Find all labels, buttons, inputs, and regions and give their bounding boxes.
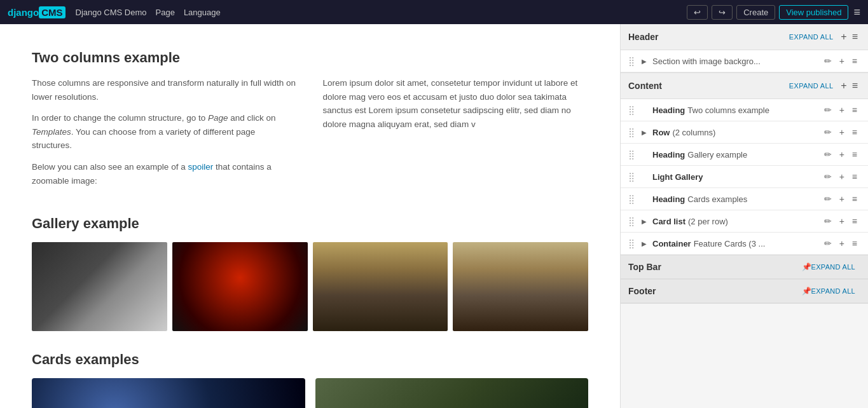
drag-handle-light-gallery[interactable]: ⣿	[628, 172, 635, 182]
hamburger-icon[interactable]: ≡	[853, 6, 860, 19]
container-feature-edit-btn[interactable]: ✏	[821, 237, 835, 250]
heading-gallery-edit-btn[interactable]: ✏	[821, 148, 835, 161]
drag-handle-heading-gallery[interactable]: ⣿	[628, 149, 635, 160]
tree-item-heading-two-col[interactable]: ⣿ Heading Two columns example ✏ + ≡	[621, 99, 868, 121]
cards-heading: Cards examples	[32, 351, 588, 368]
gallery-item-2[interactable]	[172, 242, 308, 331]
spoiler-link[interactable]: spoiler	[188, 162, 213, 172]
card-image-2[interactable]	[315, 378, 589, 408]
redo-button[interactable]: ↪	[712, 5, 733, 20]
row-2col-add-btn[interactable]: +	[836, 126, 848, 139]
section-bg-add-btn[interactable]: +	[836, 55, 848, 67]
card-image-1[interactable]	[32, 378, 305, 408]
expand-toggle-section-bg[interactable]: ▶	[638, 55, 650, 67]
card-list-name: (2 per row)	[688, 217, 821, 226]
drag-handle-heading-cards[interactable]: ⣿	[628, 194, 635, 204]
content-add-button[interactable]: +	[838, 79, 849, 92]
card-list-menu-btn[interactable]: ≡	[849, 215, 860, 228]
tree-item-heading-cards[interactable]: ⣿ Heading Cards examples ✏ + ≡	[621, 188, 868, 210]
heading-cards-actions: ✏ + ≡	[821, 193, 860, 205]
light-gallery-type: Light Gallery	[652, 172, 703, 182]
tree-item-heading-gallery[interactable]: ⣿ Heading Gallery example ✏ + ≡	[621, 144, 868, 166]
content-expand-all-button[interactable]: EXPAND ALL	[789, 82, 833, 90]
gallery-grid	[32, 242, 588, 331]
expand-toggle-placeholder3	[638, 171, 650, 182]
topbar-pin-icon: 📌	[802, 262, 811, 271]
create-button[interactable]: Create	[736, 5, 775, 20]
row-2col-type: Row	[652, 128, 670, 137]
footer-expand-all-button[interactable]: EXPAND ALL	[811, 287, 855, 295]
header-add-button[interactable]: +	[838, 31, 849, 43]
row-2col-menu-btn[interactable]: ≡	[849, 126, 860, 139]
navbar: djangoCMS Django CMS Demo Page Language …	[0, 0, 868, 24]
content-section-title: Content	[628, 81, 789, 91]
gallery-item-4[interactable]	[453, 242, 588, 331]
gallery-item-1[interactable]	[32, 242, 167, 331]
drag-handle-heading-two-col[interactable]: ⣿	[628, 105, 635, 115]
expand-toggle-placeholder2	[638, 149, 650, 160]
heading-two-col-menu-btn[interactable]: ≡	[849, 104, 860, 116]
sidebar-footer-section: Footer 📌 EXPAND ALL	[621, 280, 868, 304]
heading-two-col-edit-btn[interactable]: ✏	[821, 104, 835, 116]
tree-item-card-list[interactable]: ⣿ ▶ Card list (2 per row) ✏ + ≡	[621, 210, 868, 233]
topbar-expand-all-button[interactable]: EXPAND ALL	[811, 263, 855, 271]
tree-item-row-2col[interactable]: ⣿ ▶ Row (2 columns) ✏ + ≡	[621, 121, 868, 144]
card-list-actions: ✏ + ≡	[821, 215, 860, 228]
heading-two-col-actions: ✏ + ≡	[821, 104, 860, 116]
gallery-item-3[interactable]	[313, 242, 448, 331]
card-list-edit-btn[interactable]: ✏	[821, 215, 835, 228]
section-bg-menu-btn[interactable]: ≡	[849, 55, 860, 67]
drag-handle-container-feature[interactable]: ⣿	[628, 238, 635, 248]
container-feature-menu-btn[interactable]: ≡	[849, 237, 860, 250]
expand-toggle-card-list[interactable]: ▶	[638, 215, 650, 227]
expand-toggle-row-2col[interactable]: ▶	[638, 126, 650, 138]
two-col-layout: Those columns are responsive and transfo…	[32, 76, 588, 195]
light-gallery-edit-btn[interactable]: ✏	[821, 170, 835, 183]
content-menu-button[interactable]: ≡	[850, 79, 860, 92]
heading-gallery-add-btn[interactable]: +	[836, 148, 848, 161]
row-2col-edit-btn[interactable]: ✏	[821, 126, 835, 139]
card-list-add-btn[interactable]: +	[836, 215, 848, 228]
nav-language[interactable]: Language	[184, 8, 221, 17]
gallery-heading: Gallery example	[32, 215, 588, 232]
sidebar-content-section: Content EXPAND ALL + ≡ ⣿ Heading Two col…	[621, 73, 868, 255]
heading-two-col-name: Two columns example	[687, 105, 820, 115]
section-bg-actions: ✏ + ≡	[821, 55, 860, 67]
heading-cards-menu-btn[interactable]: ≡	[849, 193, 860, 205]
drag-handle-row-2col[interactable]: ⣿	[628, 127, 635, 137]
header-section-header: Header EXPAND ALL + ≡	[621, 24, 868, 50]
header-section-title: Header	[628, 32, 789, 42]
container-feature-add-btn[interactable]: +	[836, 237, 848, 250]
cards-grid	[32, 378, 588, 408]
footer-section-title: Footer	[628, 286, 799, 296]
row-2col-actions: ✏ + ≡	[821, 126, 860, 139]
tree-item-container-feature[interactable]: ⣿ ▶ Container Feature Cards (3 ... ✏ + ≡	[621, 233, 868, 255]
section-bg-edit-btn[interactable]: ✏	[821, 55, 835, 67]
topbar-section-title: Top Bar	[628, 262, 799, 272]
expand-toggle-container-feature[interactable]: ▶	[638, 238, 650, 249]
card-list-type: Card list	[652, 217, 685, 226]
light-gallery-add-btn[interactable]: +	[836, 170, 848, 183]
main-layout: Two columns example Those columns are re…	[0, 24, 868, 408]
col-right: Lorem ipsum dolor sit amet, consetetur t…	[323, 76, 589, 195]
container-feature-name: Feature Cards (3 ...	[694, 239, 821, 248]
container-feature-actions: ✏ + ≡	[821, 237, 860, 250]
heading-gallery-type: Heading	[652, 150, 685, 160]
heading-gallery-menu-btn[interactable]: ≡	[849, 148, 860, 161]
content-section-header: Content EXPAND ALL + ≡	[621, 73, 868, 99]
heading-cards-edit-btn[interactable]: ✏	[821, 193, 835, 205]
drag-handle-card-list[interactable]: ⣿	[628, 216, 635, 226]
undo-button[interactable]: ↩	[687, 5, 708, 20]
light-gallery-menu-btn[interactable]: ≡	[849, 170, 860, 183]
view-published-button[interactable]: View published	[779, 5, 848, 20]
heading-two-col-add-btn[interactable]: +	[836, 104, 848, 116]
tree-item-section-bg[interactable]: ⣿ ▶ Section with image backgro... ✏ + ≡	[621, 50, 868, 72]
drag-handle-section-bg[interactable]: ⣿	[628, 56, 635, 66]
header-expand-all-button[interactable]: EXPAND ALL	[789, 33, 833, 41]
tree-item-light-gallery[interactable]: ⣿ Light Gallery ✏ + ≡	[621, 166, 868, 188]
header-menu-button[interactable]: ≡	[850, 31, 860, 43]
heading-cards-add-btn[interactable]: +	[836, 193, 848, 205]
expand-toggle-placeholder4	[638, 193, 650, 205]
nav-page[interactable]: Page	[156, 8, 175, 17]
two-col-p3: Below you can also see an example of a s…	[32, 160, 298, 187]
